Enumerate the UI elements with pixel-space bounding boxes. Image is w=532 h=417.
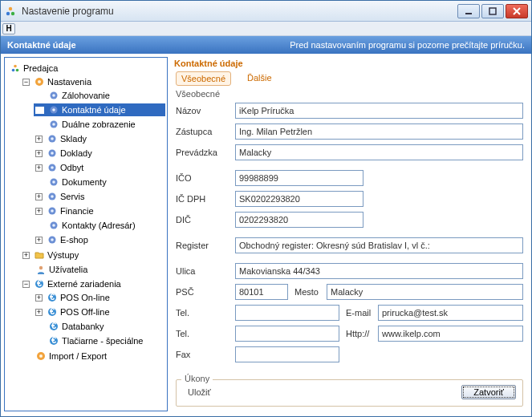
tab-general[interactable]: Všeobecné [176, 71, 231, 86]
expand-icon[interactable]: + [22, 252, 30, 259]
tree-item-sklady[interactable]: +Sklady [34, 132, 165, 145]
tree-item-nastavenia[interactable]: − Nastavenia [21, 75, 165, 88]
tree-item-dokumenty[interactable]: Dokumenty [34, 176, 165, 188]
tree-item-kontakty-adresar[interactable]: Kontakty (Adresár) [34, 219, 165, 232]
tree-item-zalohovanie[interactable]: Zálohovanie [34, 89, 165, 102]
tree-item-kontaktne-udaje[interactable]: Kontaktné údaje [34, 103, 165, 116]
svg-point-29 [51, 209, 54, 213]
label-branch: Prevádzka [176, 148, 235, 157]
tree-item-pos-online[interactable]: +€POS On-line [34, 291, 165, 304]
titlebar: Nastavenie programu [1, 1, 531, 22]
label-tel1: Tel. [176, 308, 235, 318]
tree-label: Import / Export [49, 351, 107, 361]
svg-text:€: € [51, 336, 56, 345]
save-button[interactable]: Uložiť [183, 386, 216, 399]
icdph-field[interactable] [235, 191, 363, 207]
ico-field[interactable] [235, 170, 363, 186]
tree-item-financie[interactable]: +Financie [34, 204, 165, 217]
euro-icon: € [48, 321, 59, 332]
branch-field[interactable] [235, 144, 523, 160]
tree-label: Predajca [23, 63, 58, 73]
expand-icon[interactable]: + [35, 136, 43, 143]
svg-point-31 [52, 224, 55, 227]
close-button[interactable] [506, 4, 528, 18]
tree-item-pos-offline[interactable]: +€POS Off-line [34, 306, 165, 318]
expand-icon[interactable]: + [35, 193, 43, 200]
body: Predajca − Nastavenia Zálohovanie Konta [1, 54, 531, 415]
expand-icon[interactable]: + [35, 208, 43, 215]
gear-icon [48, 104, 59, 115]
tel2-field[interactable] [235, 326, 339, 342]
tree-item-uzivatelia[interactable]: Užívatelia [21, 263, 165, 276]
svg-point-13 [52, 94, 55, 97]
http-field[interactable] [378, 326, 523, 342]
tree-label: Financie [60, 206, 94, 216]
maximize-button[interactable] [481, 4, 504, 18]
dic-field[interactable] [235, 212, 363, 228]
svg-point-17 [52, 123, 55, 126]
svg-point-9 [14, 65, 17, 68]
svg-point-8 [16, 69, 19, 72]
tree-label: Užívatelia [49, 265, 87, 274]
collapse-icon[interactable]: − [22, 79, 30, 86]
tree-item-eshop[interactable]: +E-shop [34, 233, 165, 246]
psc-field[interactable] [235, 284, 288, 300]
collapse-icon[interactable]: − [22, 281, 30, 288]
tree-label: Výstupy [47, 250, 79, 260]
nav-tree[interactable]: Predajca − Nastavenia Zálohovanie Konta [4, 57, 168, 411]
label-tel2: Tel. [176, 329, 235, 338]
svg-point-34 [39, 266, 43, 269]
help-button[interactable]: H [2, 23, 15, 34]
app-icon [4, 5, 17, 18]
tree-item-import-export[interactable]: Import / Export [21, 350, 165, 362]
email-field[interactable] [378, 305, 523, 321]
street-field[interactable] [235, 263, 523, 279]
svg-point-7 [12, 69, 15, 72]
window-title: Nastavenie programu [22, 6, 457, 17]
tree-item-servis[interactable]: +Servis [34, 190, 165, 203]
gear-icon [47, 162, 58, 173]
register-field[interactable] [235, 237, 523, 253]
label-register: Register [176, 241, 235, 250]
gear-icon [48, 90, 59, 101]
svg-point-21 [51, 152, 54, 155]
label-icdph: IČ DPH [176, 194, 235, 204]
tree-root-predajca[interactable]: Predajca [8, 62, 165, 75]
close-form-button[interactable]: Zatvoriť [461, 385, 516, 399]
svg-point-15 [52, 108, 55, 111]
expand-icon[interactable]: + [35, 164, 43, 172]
svg-point-25 [52, 180, 55, 184]
label-rep: Zástupca [176, 127, 235, 136]
tree-item-tlaciarne[interactable]: €Tlačiarne - špeciálne [34, 334, 165, 347]
tree-item-doklady[interactable]: +Doklady [34, 147, 165, 160]
expand-icon[interactable]: + [35, 150, 43, 157]
tab-other[interactable]: Ďalšie [242, 71, 277, 86]
gear-orange-icon [35, 350, 47, 362]
form-panel: Kontaktné údaje Všeobecné Ďalšie Všeobec… [171, 57, 528, 411]
tree-item-vystupy[interactable]: +Výstupy [21, 249, 165, 261]
expand-icon[interactable]: + [35, 309, 43, 316]
tree-item-dualne[interactable]: Duálne zobrazenie [34, 118, 165, 131]
label-fax: Fax [176, 350, 235, 359]
expand-icon[interactable]: + [35, 294, 43, 302]
rep-field[interactable] [235, 123, 523, 140]
gear-icon [48, 119, 59, 130]
tree-item-externe[interactable]: −€Externé zariadenia [21, 277, 165, 290]
actions-box: Úkony Uložiť Zatvoriť [176, 379, 523, 407]
label-email: E-mail [339, 308, 378, 318]
page-title: Kontaktné údaje [7, 40, 76, 50]
tree-item-databanky[interactable]: €Databanky [34, 320, 165, 333]
name-field[interactable] [235, 103, 523, 119]
expand-icon[interactable]: + [35, 237, 43, 244]
tree-item-odbyt[interactable]: +Odbyt [34, 161, 165, 174]
euro-icon: € [47, 292, 58, 303]
app-window: Nastavenie programu H Kontaktné údaje Pr… [0, 0, 532, 417]
minimize-button[interactable] [457, 4, 480, 18]
tel1-field[interactable] [235, 305, 339, 321]
city-field[interactable] [327, 284, 523, 300]
euro-icon: € [34, 278, 45, 289]
fax-field[interactable] [235, 346, 339, 362]
tree-label: Nastavenia [47, 77, 91, 87]
tree-label: Servis [60, 192, 85, 201]
tree-label: Duálne zobrazenie [62, 119, 136, 129]
